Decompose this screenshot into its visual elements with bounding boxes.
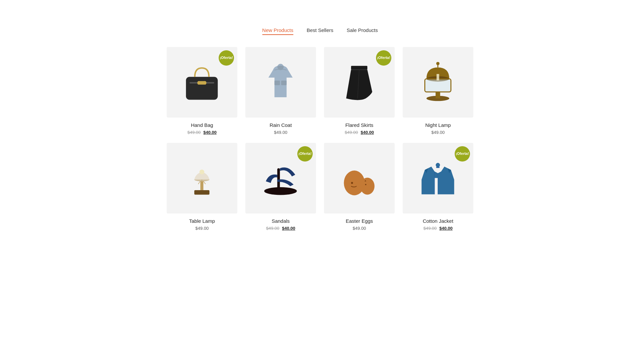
product-card-1[interactable]: ¡Oferta! Hand Bag $49.00 $40.00: [167, 47, 237, 135]
product-price: $49.00 $40.00: [345, 130, 374, 135]
offer-badge: ¡Oferta!: [297, 146, 313, 162]
product-card-4[interactable]: Night Lamp $49.00: [403, 47, 473, 135]
svg-rect-31: [436, 167, 440, 168]
product-card-3[interactable]: ¡Oferta! Flared Skirts $49.00 $40.00: [324, 47, 395, 135]
tab-new-products[interactable]: New Products: [262, 27, 293, 35]
product-price: $49.00: [195, 226, 209, 231]
product-tabs: New Products Best Sellers Sale Products: [167, 27, 473, 35]
svg-rect-17: [194, 190, 209, 195]
product-card-6[interactable]: ¡Oferta! Sandals $49.00 $40.00: [245, 143, 316, 231]
svg-point-27: [360, 178, 375, 195]
product-price: $49.00 $40.00: [266, 226, 295, 231]
product-name: Flared Skirts: [345, 122, 373, 128]
svg-rect-8: [351, 66, 368, 70]
svg-rect-13: [426, 80, 450, 91]
svg-rect-16: [437, 74, 439, 81]
svg-point-28: [351, 182, 353, 184]
product-card-2[interactable]: Rain Coat $49.00: [245, 47, 316, 135]
tab-best-sellers[interactable]: Best Sellers: [307, 27, 333, 35]
product-name: Easter Eggs: [346, 218, 373, 224]
svg-rect-10: [436, 92, 440, 99]
offer-badge: ¡Oferta!: [219, 50, 234, 66]
product-image-wrapper: [403, 47, 473, 118]
product-price: $49.00: [431, 130, 445, 135]
product-image-wrapper: [245, 47, 316, 118]
product-image-wrapper: ¡Oferta!: [167, 47, 237, 118]
product-price: $49.00: [274, 130, 287, 135]
product-price: $49.00: [353, 226, 366, 231]
products-grid: ¡Oferta! Hand Bag $49.00 $40.00 Rain Coa…: [167, 47, 473, 231]
product-image: [331, 150, 388, 206]
product-card-8[interactable]: ¡Oferta! Cotton Jacket $49.00 $40.00: [403, 143, 473, 231]
section-header: [167, 13, 473, 17]
product-name: Rain Coat: [270, 122, 292, 128]
svg-rect-7: [281, 81, 287, 85]
product-card-7[interactable]: Easter Eggs $49.00: [324, 143, 395, 231]
sale-price: $40.00: [282, 226, 295, 231]
product-image-wrapper: ¡Oferta!: [403, 143, 473, 213]
regular-price: $49.00: [353, 226, 366, 231]
original-price: $49.00: [266, 226, 279, 231]
sale-price: $40.00: [203, 130, 217, 135]
product-name: Sandals: [272, 218, 290, 224]
regular-price: $49.00: [274, 130, 287, 135]
product-image: [410, 54, 466, 111]
page-wrapper: New Products Best Sellers Sale Products …: [160, 0, 480, 251]
sale-price: $40.00: [439, 226, 453, 231]
sale-price: $40.00: [361, 130, 374, 135]
product-image-wrapper: [324, 143, 395, 213]
regular-price: $49.00: [431, 130, 445, 135]
svg-rect-0: [186, 77, 218, 100]
svg-point-24: [264, 187, 297, 195]
svg-point-30: [436, 163, 440, 167]
product-name: Table Lamp: [189, 218, 215, 224]
product-image-wrapper: ¡Oferta!: [324, 47, 395, 118]
offer-badge: ¡Oferta!: [376, 50, 391, 66]
product-image: [174, 150, 230, 206]
product-image-wrapper: [167, 143, 237, 213]
original-price: $49.00: [345, 130, 358, 135]
svg-line-21: [198, 181, 200, 184]
product-name: Cotton Jacket: [423, 218, 453, 224]
tab-sale-products[interactable]: Sale Products: [347, 27, 378, 35]
product-name: Night Lamp: [425, 122, 451, 128]
svg-rect-4: [198, 81, 206, 85]
offer-badge: ¡Oferta!: [455, 146, 470, 162]
product-name: Hand Bag: [191, 122, 213, 128]
svg-point-20: [200, 170, 205, 175]
svg-rect-6: [275, 81, 280, 85]
svg-line-22: [204, 181, 206, 184]
svg-point-29: [365, 184, 367, 185]
original-price: $49.00: [187, 130, 201, 135]
regular-price: $49.00: [195, 226, 209, 231]
product-image: [252, 54, 309, 111]
section-main-title: [167, 13, 473, 17]
product-price: $49.00 $40.00: [187, 130, 217, 135]
product-card-5[interactable]: Table Lamp $49.00: [167, 143, 237, 231]
product-image-wrapper: ¡Oferta!: [245, 143, 316, 213]
original-price: $49.00: [423, 226, 437, 231]
product-price: $49.00 $40.00: [423, 226, 453, 231]
svg-point-15: [436, 62, 440, 65]
